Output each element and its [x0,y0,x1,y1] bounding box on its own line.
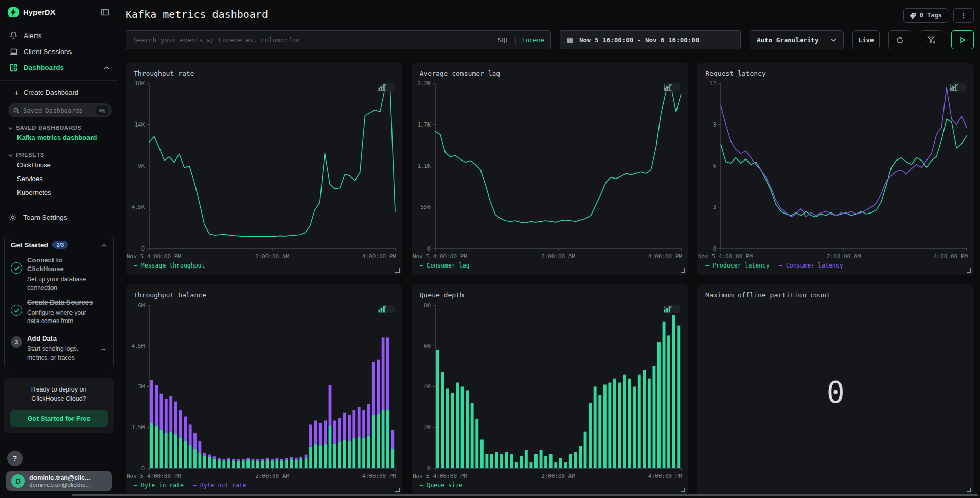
date-range-button[interactable]: Nov 5 16:00:00 - Nov 6 16:00:00 [560,30,741,49]
svg-text:4:00:00 PM: 4:00:00 PM [362,253,397,260]
panel-throughput-balance[interactable]: Throughput balance 6M4.5M3M1.5M0Nov 5 4:… [126,284,402,495]
main-content: Kafka metrics dashboard 0 Tags ⋮ SQL | L… [118,0,980,498]
chart-plot-area: 6M4.5M3M1.5M0Nov 5 4:00:00 PM2:00:00 AM4… [126,299,402,481]
tags-button[interactable]: 0 Tags [903,8,948,23]
events-search-input[interactable] [132,35,493,44]
svg-text:12: 12 [710,80,717,86]
granularity-select[interactable]: Auto Granularity [750,30,844,49]
sidebar-item-services[interactable]: Services [8,172,112,186]
panel-average-consumer-lag[interactable]: Average consumer lag 2.2K1.7K1.1K5500Nov… [412,63,688,275]
chart-type-toggle [378,83,395,92]
sidebar-item-team-settings[interactable]: Team Settings [8,213,112,221]
get-started-step-1[interactable]: Connect to ClickHouse Set up your databa… [11,256,107,292]
svg-text:4.5K: 4.5K [132,204,145,210]
chevron-up-icon[interactable] [104,64,110,72]
svg-text:0: 0 [141,245,145,252]
svg-text:2:00:00 AM: 2:00:00 AM [541,253,576,260]
user-email: dominic.tran@clickho... [29,482,91,488]
saved-dashboards-search[interactable]: Saved Dashboards ⌘K [8,103,112,117]
app-root: { "app": { "brand": "HyperDX", "page_tit… [0,0,980,498]
saved-dashboards-section-header[interactable]: SAVED DASHBOARDS [8,124,112,131]
user-name: dominic.tran@clic... [29,474,91,482]
run-query-button[interactable] [951,30,974,49]
sql-language-toggle[interactable]: SQL [498,37,509,44]
sidebar-item-kubernetes[interactable]: Kubernetes [8,186,112,200]
get-started-step-2[interactable]: Create Data Sources Configure where your… [11,298,107,325]
panel-queue-depth[interactable]: Queue depth 806040200Nov 5 4:00:00 PM2:0… [412,284,688,495]
svg-text:3: 3 [713,204,716,210]
svg-text:0: 0 [427,245,430,252]
user-menu[interactable]: D dominic.tran@clic... dominic.tran@clic… [6,471,112,491]
more-menu-button[interactable]: ⋮ [953,8,974,23]
panel-throughput-rate[interactable]: Throughput rate 18K14K9K4.5K0Nov 5 4:00:… [126,63,402,275]
gear-icon [8,213,17,221]
brand-row: HyperDX [8,7,111,17]
chart-title: Average consumer lag [412,63,688,77]
page-title: Kafka metrics dashboard [126,8,268,21]
filter-icon [927,36,936,44]
sidebar-item-alerts[interactable]: Alerts [8,29,111,42]
filter-button[interactable] [920,30,942,49]
step-number-badge: 3 [11,336,22,348]
svg-text:1.7K: 1.7K [417,121,431,128]
get-started-free-button[interactable]: Get Started for Free [10,410,108,427]
chart-title: Throughput rate [126,63,402,77]
chevron-up-icon[interactable] [101,240,107,250]
lucene-language-toggle[interactable]: Lucene [522,37,544,44]
clickhouse-cloud-card: Ready to deploy on ClickHouse Cloud? Get… [4,378,114,434]
create-dashboard-button[interactable]: + Create Dashboard [8,88,112,97]
refresh-button[interactable] [888,30,911,49]
step-desc: Set up your database connection [27,275,89,292]
presets-section-header[interactable]: PRESETS [8,152,112,158]
svg-text:Nov 5 4:00:00 PM: Nov 5 4:00:00 PM [413,473,467,479]
calendar-icon [566,37,574,44]
panel-max-offline-partition-count[interactable]: Maximum offline partition count 0 [697,284,974,495]
check-circle-icon [11,305,22,316]
chevron-down-icon [8,152,13,158]
help-button[interactable]: ? [7,451,23,466]
chart-canvas: 18K14K9K4.5K0Nov 5 4:00:00 PM2:00:00 AM4… [126,77,402,266]
get-started-step-3[interactable]: 3 Add Data Start sending logs, metrics, … [11,334,107,361]
sidebar-item-label: Alerts [24,32,42,40]
sidebar: HyperDX Alerts Client Sessions [0,0,118,498]
svg-text:80: 80 [424,302,431,308]
svg-text:1.1K: 1.1K [417,163,431,169]
sidebar-item-client-sessions[interactable]: Client Sessions [8,45,111,58]
svg-text:2:00:00 AM: 2:00:00 AM [255,253,290,260]
cloud-card-line1: Ready to deploy on [10,385,108,395]
sidebar-item-kafka-metrics-dashboard[interactable]: Kafka metrics dashboard [8,131,112,145]
svg-text:Nov 5 4:00:00 PM: Nov 5 4:00:00 PM [413,253,467,260]
chart-type-toggle [664,305,681,313]
chart-title: Request latency [697,63,974,77]
chart-plot-area: 18K14K9K4.5K0Nov 5 4:00:00 PM2:00:00 AM4… [126,77,402,261]
cloud-card-line2: ClickHouse Cloud? [10,394,108,404]
get-started-title: Get Started [11,241,48,249]
svg-text:550: 550 [421,204,431,210]
svg-text:4:00:00 PM: 4:00:00 PM [362,473,397,479]
live-button[interactable]: Live [852,30,880,49]
panel-request-latency[interactable]: Request latency 129630Nov 5 4:00:00 PM2:… [697,63,974,275]
sidebar-item-dashboards[interactable]: Dashboards [8,61,111,74]
step-desc: Configure where your data comes from [27,309,92,325]
svg-text:4:00:00 PM: 4:00:00 PM [648,473,682,479]
svg-text:40: 40 [424,383,431,389]
brand-name: HyperDX [23,8,56,16]
collapse-sidebar-icon[interactable] [99,7,111,17]
svg-text:1.5M: 1.5M [132,424,145,430]
step-title: Add Data [27,334,86,343]
progress-badge: 2/3 [52,241,68,249]
chart-title: Queue depth [412,284,688,299]
shortcut-badge: ⌘K [96,106,108,115]
laptop-icon [9,48,18,56]
main-nav: Alerts Client Sessions Dashboards [8,29,111,74]
sidebar-item-clickhouse[interactable]: ClickHouse [8,158,112,172]
svg-text:Nov 5 4:00:00 PM: Nov 5 4:00:00 PM [127,253,181,260]
play-icon [959,37,966,43]
horizontal-scrollbar[interactable] [72,494,978,496]
bell-icon [9,31,18,40]
svg-text:3M: 3M [138,383,145,389]
chart-type-toggle [950,83,967,92]
svg-text:6M: 6M [138,302,145,308]
svg-text:4:00:00 PM: 4:00:00 PM [648,253,682,260]
svg-text:20: 20 [424,424,431,430]
